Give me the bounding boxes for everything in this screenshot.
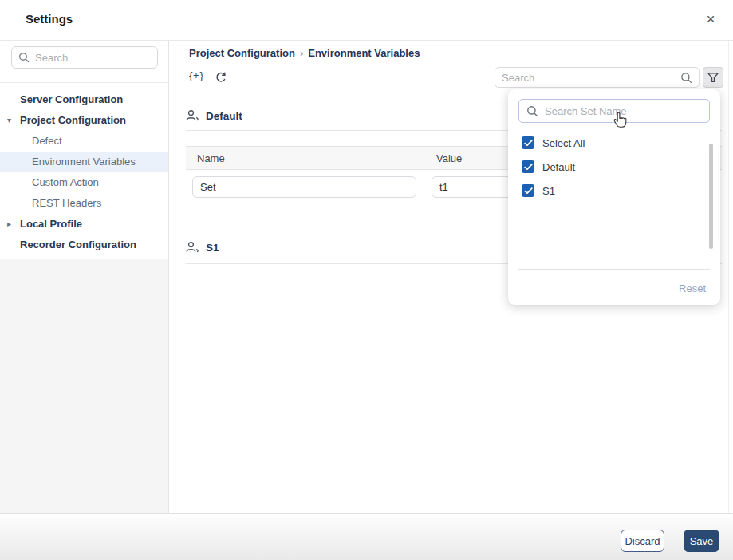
variable-set-icon <box>186 109 199 122</box>
breadcrumb-separator: › <box>295 47 308 59</box>
set-filter-options: Select All Default S1 <box>522 131 700 203</box>
set-header-default: Default <box>186 108 242 124</box>
set-title: Default <box>206 110 242 122</box>
sidebar-search-input[interactable] <box>35 52 151 64</box>
breadcrumb: Project Configuration›Environment Variab… <box>169 41 733 65</box>
search-icon <box>526 105 538 117</box>
checkbox-checked-icon[interactable] <box>522 160 534 173</box>
set-title: S1 <box>206 242 219 254</box>
settings-sidebar: Server Configuration ▾Project Configurat… <box>0 41 168 513</box>
chevron-right-icon[interactable]: ▸ <box>7 214 18 235</box>
column-header-value: Value <box>436 147 462 170</box>
discard-button[interactable]: Discard <box>621 530 664 552</box>
sidebar-item-recorder-configuration[interactable]: Recorder Configuration <box>0 235 168 255</box>
option-default[interactable]: Default <box>522 155 700 179</box>
breadcrumb-parent[interactable]: Project Configuration <box>189 47 295 59</box>
variable-name-input[interactable] <box>192 176 416 198</box>
refresh-icon[interactable] <box>215 71 227 84</box>
save-button[interactable]: Save <box>684 530 719 552</box>
scrollbar-gutter <box>728 41 729 513</box>
sidebar-item-local-profile[interactable]: ▸Local Profile <box>0 214 168 235</box>
add-variable-icon[interactable]: {+} <box>189 69 203 81</box>
sidebar-divider <box>0 82 168 83</box>
set-name-search-input[interactable] <box>545 105 702 117</box>
set-filter-dropdown: Select All Default S1 Reset <box>508 89 720 305</box>
sidebar-item-defect[interactable]: Defect <box>0 131 168 152</box>
search-icon <box>680 72 692 84</box>
reset-button[interactable]: Reset <box>679 282 706 294</box>
set-name-search-box[interactable] <box>518 99 710 123</box>
dialog-footer: Discard Save <box>0 513 733 560</box>
variable-set-icon <box>186 241 199 254</box>
chevron-down-icon[interactable]: ▾ <box>7 110 18 131</box>
set-header-s1: S1 <box>186 239 219 255</box>
checkbox-checked-icon[interactable] <box>522 136 534 149</box>
sidebar-item-rest-headers[interactable]: REST Headers <box>0 193 168 214</box>
filter-icon[interactable] <box>703 67 723 88</box>
option-s1[interactable]: S1 <box>522 179 700 203</box>
sidebar-item-server-configuration[interactable]: Server Configuration <box>0 89 168 110</box>
sidebar-item-custom-action[interactable]: Custom Action <box>0 172 168 193</box>
dropdown-scrollbar[interactable] <box>709 144 713 249</box>
sidebar-search-box[interactable] <box>11 46 158 69</box>
variables-search-box[interactable] <box>495 67 700 88</box>
dialog-header: Settings × <box>0 0 733 41</box>
sidebar-item-environment-variables[interactable]: Environment Variables <box>0 152 168 172</box>
checkbox-checked-icon[interactable] <box>522 184 534 197</box>
sidebar-nav-panel: Server Configuration ▾Project Configurat… <box>0 41 168 259</box>
close-icon[interactable]: × <box>701 10 720 29</box>
variables-search-input[interactable] <box>502 72 680 84</box>
settings-tree: Server Configuration ▾Project Configurat… <box>0 89 168 255</box>
search-icon <box>18 52 30 63</box>
dropdown-divider <box>518 269 710 270</box>
sidebar-item-project-configuration[interactable]: ▾Project Configuration <box>0 110 168 131</box>
column-header-name: Name <box>197 147 225 170</box>
main-content: Project Configuration›Environment Variab… <box>169 41 733 513</box>
option-select-all[interactable]: Select All <box>522 131 700 155</box>
toolbar: {+} <box>169 65 733 90</box>
dialog-title: Settings <box>26 12 73 26</box>
breadcrumb-current: Environment Variables <box>308 47 420 59</box>
